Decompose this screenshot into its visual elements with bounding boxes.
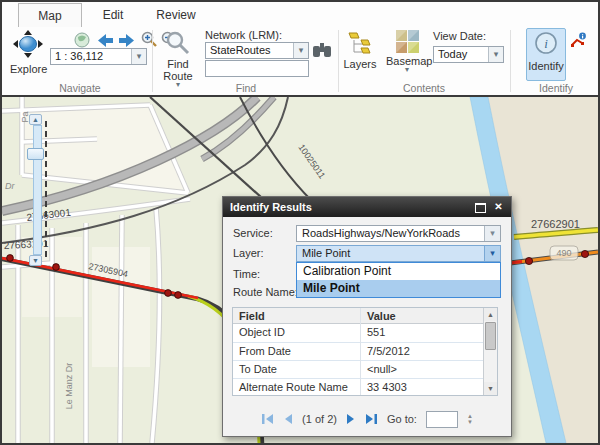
- identify-route-tool-icon[interactable]: [570, 32, 587, 49]
- zoom-slider-down-button[interactable]: ▼: [29, 255, 42, 266]
- shield-number: 490: [556, 248, 571, 258]
- goto-page-input[interactable]: [426, 411, 458, 428]
- network-dropdown-arrow[interactable]: ▾: [293, 43, 308, 58]
- identify-button-label: Identify: [527, 60, 565, 72]
- scroll-down-arrow[interactable]: ▼: [484, 382, 497, 395]
- zoom-slider-track[interactable]: [33, 125, 42, 255]
- scroll-up-arrow[interactable]: ▲: [484, 308, 497, 321]
- previous-page-button[interactable]: [283, 413, 293, 425]
- table-header: Field Value: [233, 308, 497, 324]
- maximize-icon: [475, 203, 486, 213]
- identify-info-icon: i: [534, 31, 558, 56]
- explore-button[interactable]: Explore: [10, 29, 46, 75]
- layer-label: Layer:: [233, 247, 264, 259]
- table-scrollbar[interactable]: ▲ ▼: [483, 308, 497, 395]
- find-route-magnifier-icon: [165, 30, 191, 56]
- first-page-button[interactable]: [261, 413, 274, 425]
- scroll-thumb[interactable]: [485, 322, 496, 350]
- identify-results-dialog: Identify Results ✕ Service: RoadsHighway…: [222, 196, 512, 437]
- service-dropdown-arrow[interactable]: ▾: [484, 226, 500, 241]
- tab-edit[interactable]: Edit: [82, 3, 144, 27]
- service-value: RoadsHighways/NewYorkRoads: [302, 227, 460, 239]
- ribbon-separator: [510, 30, 511, 92]
- dropdown-option-calibration-point[interactable]: Calibration Point: [297, 263, 500, 280]
- route-number-label: 27663101: [4, 238, 49, 251]
- binoculars-icon[interactable]: [313, 43, 331, 58]
- table-row: Object ID 551: [233, 324, 483, 342]
- contents-group-label: Contents: [364, 82, 484, 94]
- next-page-button[interactable]: [346, 413, 356, 425]
- dialog-titlebar[interactable]: Identify Results ✕: [223, 197, 511, 217]
- ribbon-separator: [152, 30, 153, 92]
- network-value: StateRoutes: [210, 44, 271, 56]
- back-arrow-icon[interactable]: [96, 34, 114, 47]
- street-name-label: Le Manz Dr: [64, 363, 74, 410]
- navigate-group-label: Navigate: [20, 82, 140, 94]
- basemap-button[interactable]: Basemap ▾: [386, 30, 428, 73]
- zoom-slider-thumb[interactable]: [27, 148, 44, 160]
- table-row: From Date 7/5/2012: [233, 342, 483, 360]
- route-name-label: Route Name:: [233, 286, 298, 298]
- maximize-button[interactable]: [474, 201, 487, 213]
- value-column-header: Value: [367, 310, 396, 322]
- scale-combobox[interactable]: 1 : 36,112 ▾: [50, 48, 147, 65]
- close-button[interactable]: ✕: [492, 201, 505, 213]
- find-route-label-1: Find: [158, 58, 198, 70]
- app-window: Map Edit Review Explore: [0, 0, 600, 445]
- explore-pan-icon: [11, 29, 45, 59]
- service-combobox[interactable]: RoadsHighways/NewYorkRoads ▾: [296, 225, 501, 242]
- value-cell: 33 4303: [367, 381, 407, 393]
- attributes-table: Field Value Object ID 551 From Date 7/5/…: [232, 307, 498, 396]
- route-number-label: 27662901: [531, 218, 580, 230]
- forward-arrow-icon[interactable]: [118, 34, 136, 47]
- zoom-in-icon[interactable]: [141, 31, 158, 48]
- layers-button[interactable]: Layers: [342, 30, 378, 70]
- table-row: To Date <null>: [233, 360, 483, 378]
- tab-review[interactable]: Review: [144, 3, 208, 27]
- field-column-header: Field: [239, 310, 265, 322]
- tab-map[interactable]: Map: [18, 3, 82, 27]
- view-date-label: View Date:: [433, 30, 486, 42]
- identify-button[interactable]: i Identify: [526, 28, 566, 81]
- value-cell: 551: [367, 326, 385, 338]
- street-name-label: Dr: [5, 181, 15, 191]
- layer-dropdown-list: Calibration Point Mile Point: [296, 262, 501, 298]
- table-row: Alternate Route Name 33 4303: [233, 378, 483, 396]
- basemap-icon: [396, 30, 419, 53]
- pagination-bar: (1 of 2) Go to: ▲▼: [223, 408, 511, 430]
- view-date-dropdown-arrow[interactable]: ▾: [488, 47, 503, 62]
- value-cell: 7/5/2012: [367, 345, 410, 357]
- layers-label: Layers: [342, 58, 378, 70]
- scale-value: 1 : 36,112: [55, 50, 103, 62]
- ribbon: Map Edit Review Explore: [2, 2, 598, 95]
- layer-dropdown-arrow[interactable]: ▾: [484, 246, 500, 261]
- full-extent-globe-icon[interactable]: [74, 32, 90, 48]
- field-cell: Alternate Route Name: [239, 381, 348, 393]
- layers-icon: [347, 30, 373, 56]
- view-date-value: Today: [438, 48, 467, 60]
- zoom-slider-up-button[interactable]: ▲: [29, 114, 42, 125]
- goto-spinner[interactable]: ▲▼: [467, 413, 473, 425]
- explore-label: Explore: [10, 63, 46, 75]
- layer-value: Mile Point: [302, 247, 350, 259]
- network-lrm-label: Network (LRM):: [205, 29, 282, 41]
- ribbon-separator: [338, 30, 339, 92]
- find-route-button[interactable]: Find Route ▾: [158, 30, 198, 88]
- route-input[interactable]: [205, 60, 309, 77]
- value-cell: <null>: [367, 363, 397, 375]
- last-page-button[interactable]: [365, 413, 378, 425]
- table-column-divider: [360, 308, 361, 395]
- scale-dropdown-arrow[interactable]: ▾: [131, 49, 146, 64]
- time-label: Time:: [233, 268, 260, 280]
- find-group-label: Find: [186, 82, 306, 94]
- network-combobox[interactable]: StateRoutes ▾: [205, 42, 309, 59]
- page-indicator: (1 of 2): [302, 413, 337, 425]
- basemap-dropdown-arrow: ▾: [386, 67, 428, 73]
- dropdown-option-mile-point[interactable]: Mile Point: [297, 280, 500, 297]
- service-label: Service:: [233, 227, 273, 239]
- view-date-combobox[interactable]: Today ▾: [433, 46, 504, 63]
- field-cell: Object ID: [239, 326, 285, 338]
- goto-label: Go to:: [387, 413, 417, 425]
- layer-combobox[interactable]: Mile Point ▾: [296, 245, 501, 262]
- dialog-title: Identify Results: [230, 201, 312, 213]
